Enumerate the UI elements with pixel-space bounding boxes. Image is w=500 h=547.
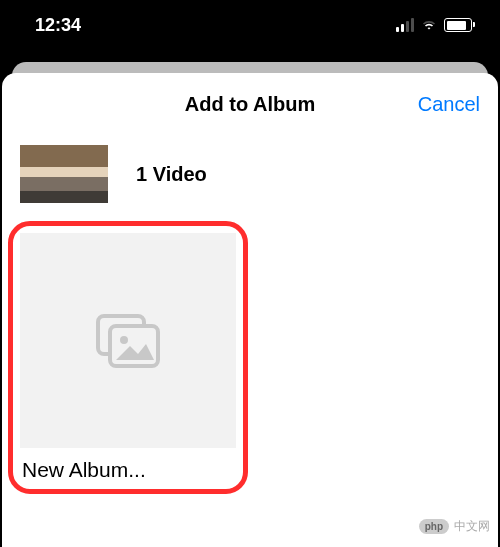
selection-summary: 1 Video [2, 135, 498, 221]
status-icons [396, 18, 472, 32]
cellular-signal-icon [396, 18, 414, 32]
watermark: php 中文网 [419, 518, 490, 535]
status-bar: 12:34 [0, 0, 500, 50]
new-album-label: New Album... [20, 458, 236, 482]
status-time: 12:34 [35, 15, 81, 36]
new-album-tile [20, 233, 236, 448]
add-to-album-sheet: Add to Album Cancel 1 Video New Album... [2, 73, 498, 547]
svg-point-2 [120, 336, 128, 344]
selection-count-label: 1 Video [136, 163, 207, 186]
sheet-title: Add to Album [185, 93, 315, 116]
wifi-icon [420, 18, 438, 32]
cancel-button[interactable]: Cancel [418, 93, 480, 116]
photos-stack-icon [96, 314, 160, 368]
album-grid: New Album... [2, 221, 498, 494]
new-album-button[interactable]: New Album... [8, 221, 248, 494]
sheet-header: Add to Album Cancel [2, 73, 498, 135]
battery-icon [444, 18, 472, 32]
selected-video-thumbnail [20, 145, 108, 203]
watermark-text: 中文网 [454, 518, 490, 535]
watermark-badge: php [419, 519, 449, 534]
